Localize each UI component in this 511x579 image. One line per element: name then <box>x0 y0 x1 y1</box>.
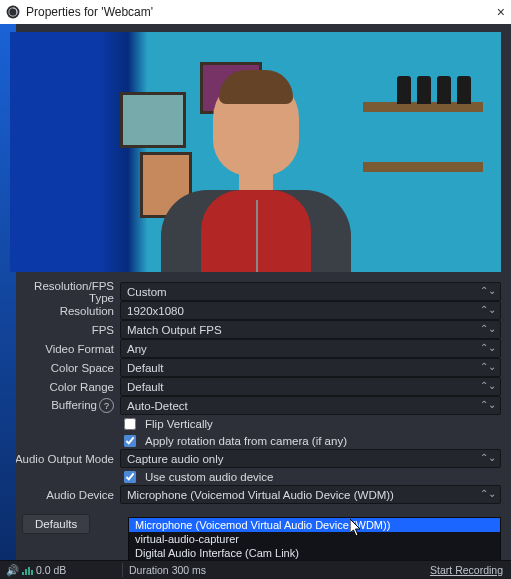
chevron-updown-icon: ⌃⌄ <box>480 399 496 410</box>
svg-point-0 <box>7 6 20 19</box>
dialog-content: Resolution/FPS Type Custom⌃⌄ Resolution … <box>0 24 511 579</box>
status-bar: 🔊 0.0 dB Duration 300 ms Start Recording <box>0 560 511 579</box>
select-resfps-type[interactable]: Custom⌃⌄ <box>120 282 501 301</box>
label-audio-device: Audio Device <box>10 489 114 501</box>
titlebar: Properties for 'Webcam' × <box>0 0 511 24</box>
label-resfps: Resolution/FPS Type <box>10 280 114 304</box>
label-video-format: Video Format <box>10 343 114 355</box>
label-color-space: Color Space <box>10 362 114 374</box>
select-fps[interactable]: Match Output FPS⌃⌄ <box>120 320 501 339</box>
label-audio-output-mode: Audio Output Mode <box>10 453 114 465</box>
properties-form: Resolution/FPS Type Custom⌃⌄ Resolution … <box>10 282 501 504</box>
value-duration: 300 ms <box>172 564 206 576</box>
label-buffering: Buffering? <box>10 398 114 413</box>
chevron-updown-icon: ⌃⌄ <box>480 323 496 334</box>
select-buffering[interactable]: Auto-Detect⌃⌄ <box>120 396 501 415</box>
label-color-range: Color Range <box>10 381 114 393</box>
speaker-icon[interactable]: 🔊 <box>6 564 19 577</box>
obs-logo-icon <box>6 5 20 19</box>
select-resolution[interactable]: 1920x1080⌃⌄ <box>120 301 501 320</box>
checkbox-flip-vertically[interactable] <box>124 418 136 430</box>
audio-level: 0.0 dB <box>36 564 66 576</box>
chevron-updown-icon: ⌃⌄ <box>480 380 496 391</box>
label-flip-vertically[interactable]: Flip Vertically <box>145 418 213 430</box>
source-preview <box>10 32 501 272</box>
start-recording-link[interactable]: Start Recording <box>430 564 511 576</box>
chevron-updown-icon: ⌃⌄ <box>480 361 496 372</box>
audio-meter <box>22 565 33 575</box>
label-fps: FPS <box>10 324 114 336</box>
chevron-updown-icon: ⌃⌄ <box>480 488 496 499</box>
close-icon[interactable]: × <box>497 4 505 20</box>
defaults-button[interactable]: Defaults <box>22 514 90 534</box>
select-audio-device[interactable]: Microphone (Voicemod Virtual Audio Devic… <box>120 485 501 504</box>
select-audio-output-mode[interactable]: Capture audio only⌃⌄ <box>120 449 501 468</box>
help-icon[interactable]: ? <box>99 398 114 413</box>
checkbox-apply-rotation[interactable] <box>124 435 136 447</box>
chevron-updown-icon: ⌃⌄ <box>480 452 496 463</box>
select-video-format[interactable]: Any⌃⌄ <box>120 339 501 358</box>
chevron-updown-icon: ⌃⌄ <box>480 342 496 353</box>
window-title: Properties for 'Webcam' <box>26 5 153 19</box>
chevron-updown-icon: ⌃⌄ <box>480 285 496 296</box>
label-use-custom-audio[interactable]: Use custom audio device <box>145 471 273 483</box>
label-resolution: Resolution <box>10 305 114 317</box>
audio-device-option[interactable]: Microphone (Voicemod Virtual Audio Devic… <box>129 518 500 532</box>
checkbox-use-custom-audio[interactable] <box>124 471 136 483</box>
select-color-range[interactable]: Default⌃⌄ <box>120 377 501 396</box>
audio-device-option[interactable]: virtual-audio-capturer <box>129 532 500 546</box>
audio-device-option[interactable]: Digital Audio Interface (Cam Link) <box>129 546 500 560</box>
chevron-updown-icon: ⌃⌄ <box>480 304 496 315</box>
label-apply-rotation[interactable]: Apply rotation data from camera (if any) <box>145 435 347 447</box>
label-duration: Duration <box>129 564 169 576</box>
select-color-space[interactable]: Default⌃⌄ <box>120 358 501 377</box>
